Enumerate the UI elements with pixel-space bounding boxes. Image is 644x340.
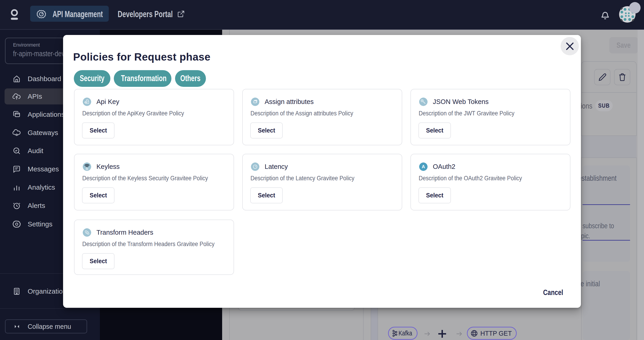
svg-text:A: A — [422, 164, 425, 169]
